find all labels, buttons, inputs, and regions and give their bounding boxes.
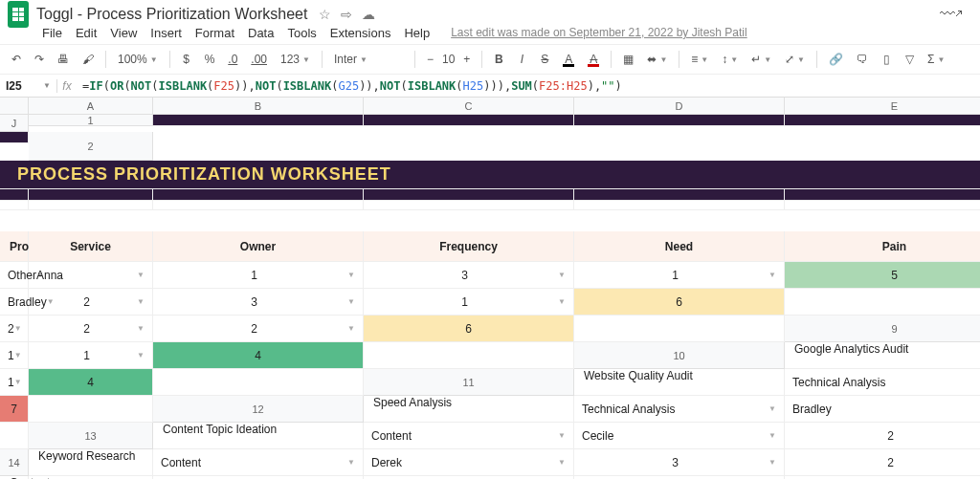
need-dropdown[interactable]: 2▼ bbox=[29, 316, 153, 342]
menu-format[interactable]: Format bbox=[195, 26, 234, 40]
banner-cell bbox=[364, 115, 574, 126]
process-cell[interactable]: Speed Analysis bbox=[364, 396, 574, 423]
cloud-icon[interactable]: ☁ bbox=[362, 7, 375, 22]
menu-insert[interactable]: Insert bbox=[150, 26, 182, 40]
row-header[interactable]: 1 bbox=[29, 115, 153, 126]
process-cell[interactable]: Website Quality Audit bbox=[574, 369, 785, 396]
service-dropdown[interactable]: Technical Analysis▼ bbox=[785, 369, 980, 396]
menu-view[interactable]: View bbox=[110, 26, 137, 40]
toolbar: ↶ ↷ 🖶 🖌 100%▼ $ % .0 .00 123▼ Inter▼ −10… bbox=[0, 44, 980, 75]
frequency-dropdown[interactable]: 1▼ bbox=[153, 262, 364, 289]
paint-format-button[interactable]: 🖌 bbox=[78, 51, 98, 68]
functions-button[interactable]: Σ▼ bbox=[924, 51, 948, 68]
row-header[interactable]: 14 bbox=[0, 449, 29, 476]
frequency-dropdown[interactable]: 3▼ bbox=[574, 449, 785, 476]
print-button[interactable]: 🖶 bbox=[54, 51, 73, 68]
owner-dropdown[interactable]: Derek▼ bbox=[364, 449, 574, 476]
bold-button[interactable]: B bbox=[490, 51, 507, 68]
chart-button[interactable]: ▯ bbox=[878, 51, 895, 68]
need-dropdown[interactable]: 2▼ bbox=[785, 449, 980, 476]
column-header[interactable]: E bbox=[785, 98, 980, 115]
currency-button[interactable]: $ bbox=[178, 51, 195, 68]
owner-dropdown[interactable]: Bradley▼ bbox=[785, 396, 980, 423]
merge-button[interactable]: ⬌▼ bbox=[643, 51, 671, 68]
column-header[interactable]: D bbox=[574, 98, 785, 115]
frequency-dropdown[interactable]: 2▼ bbox=[29, 289, 153, 316]
menu-tools[interactable]: Tools bbox=[287, 26, 316, 40]
zoom-select[interactable]: 100%▼ bbox=[114, 51, 162, 68]
priority-cell: 4 bbox=[153, 342, 364, 369]
need-dropdown[interactable]: 1▼ bbox=[0, 342, 29, 369]
column-header[interactable]: J bbox=[0, 115, 29, 132]
process-cell[interactable]: Content Topic Ideation bbox=[153, 423, 364, 449]
activity-trend-icon[interactable]: 〰↗ bbox=[940, 6, 963, 23]
halign-button[interactable]: ≡▼ bbox=[687, 51, 712, 68]
need-dropdown[interactable]: 3▼ bbox=[364, 262, 574, 289]
header-service: Service bbox=[29, 231, 153, 262]
header-frequency: Frequency bbox=[364, 231, 574, 262]
undo-button[interactable]: ↶ bbox=[8, 51, 25, 68]
link-button[interactable]: 🔗 bbox=[825, 51, 847, 68]
frequency-dropdown[interactable]: 2▼ bbox=[0, 316, 29, 342]
service-dropdown[interactable]: Technical Analysis▼ bbox=[574, 396, 785, 423]
column-header[interactable]: C bbox=[364, 98, 574, 115]
menu-bar: File Edit View Insert Format Data Tools … bbox=[0, 25, 980, 44]
menu-edit[interactable]: Edit bbox=[76, 26, 97, 40]
star-icon[interactable]: ☆ bbox=[319, 7, 331, 22]
frequency-dropdown[interactable]: 2▼ bbox=[785, 423, 980, 449]
filter-button[interactable]: ▽ bbox=[901, 51, 918, 68]
owner-dropdown[interactable]: Anna▼ bbox=[29, 262, 153, 289]
need-dropdown[interactable]: 3▼ bbox=[153, 289, 364, 316]
header-need: Need bbox=[574, 231, 785, 262]
pain-dropdown[interactable]: 2▼ bbox=[153, 316, 364, 342]
name-box[interactable]: I25▼ bbox=[0, 79, 57, 93]
valign-button[interactable]: ↕▼ bbox=[718, 51, 742, 68]
service-dropdown[interactable]: Content▼ bbox=[153, 449, 364, 476]
select-all-corner[interactable] bbox=[0, 98, 29, 115]
row-header[interactable]: 10 bbox=[574, 342, 785, 369]
borders-button[interactable]: ▦ bbox=[619, 51, 637, 68]
formula-input[interactable]: =IF(OR(NOT(ISBLANK(F25)),NOT(ISBLANK(G25… bbox=[77, 79, 980, 93]
menu-file[interactable]: File bbox=[42, 26, 62, 40]
wrap-button[interactable]: ↵▼ bbox=[747, 51, 775, 68]
italic-button[interactable]: I bbox=[513, 51, 530, 68]
row-header[interactable]: 13 bbox=[29, 423, 153, 449]
row-header[interactable]: 11 bbox=[364, 369, 574, 396]
owner-dropdown[interactable]: Cecile▼ bbox=[574, 423, 785, 449]
percent-button[interactable]: % bbox=[201, 51, 219, 68]
document-title[interactable]: Toggl - Process Prioritization Worksheet bbox=[36, 6, 307, 23]
pain-dropdown[interactable]: 1▼ bbox=[29, 342, 153, 369]
sheets-app-icon[interactable] bbox=[8, 1, 29, 28]
pain-dropdown[interactable]: 1▼ bbox=[364, 289, 574, 316]
move-icon[interactable]: ⇨ bbox=[341, 7, 352, 22]
empty-cell bbox=[153, 369, 364, 396]
menu-data[interactable]: Data bbox=[248, 26, 274, 40]
spreadsheet-grid[interactable]: ABCDEFGHIJ12PROCESS PRIORITIZATION WORKS… bbox=[0, 98, 980, 479]
redo-button[interactable]: ↷ bbox=[31, 51, 48, 68]
comment-button[interactable]: 🗨 bbox=[853, 51, 872, 68]
process-cell[interactable]: Google Analytics Audit bbox=[785, 342, 980, 369]
owner-dropdown[interactable]: Bradley▼ bbox=[0, 289, 29, 316]
increase-decimal-button[interactable]: .00 bbox=[247, 51, 271, 68]
font-size-select[interactable]: −10+ bbox=[423, 51, 474, 68]
service-dropdown[interactable]: Content▼ bbox=[364, 423, 574, 449]
process-cell[interactable]: Keyword Research bbox=[29, 449, 153, 476]
pain-dropdown[interactable]: 1▼ bbox=[0, 369, 29, 396]
decrease-decimal-button[interactable]: .0 bbox=[224, 51, 241, 68]
text-color-button[interactable]: A bbox=[559, 51, 578, 69]
row-header[interactable]: 2 bbox=[29, 132, 153, 161]
rotate-button[interactable]: ⤢▼ bbox=[781, 51, 809, 68]
service-dropdown[interactable]: Other▼ bbox=[0, 262, 29, 289]
fill-color-button[interactable]: A bbox=[584, 51, 603, 69]
row-header[interactable]: 9 bbox=[785, 316, 980, 342]
row-header[interactable]: 12 bbox=[153, 396, 364, 423]
number-format-select[interactable]: 123▼ bbox=[277, 51, 314, 68]
column-header[interactable]: B bbox=[153, 98, 364, 115]
column-header[interactable]: A bbox=[29, 98, 153, 115]
menu-extensions[interactable]: Extensions bbox=[330, 26, 391, 40]
font-select[interactable]: Inter▼ bbox=[330, 51, 407, 68]
pain-dropdown[interactable]: 1▼ bbox=[574, 262, 785, 289]
menu-help[interactable]: Help bbox=[404, 26, 430, 40]
strike-button[interactable]: S bbox=[536, 51, 553, 68]
last-edit-note[interactable]: Last edit was made on September 21, 2022… bbox=[451, 26, 747, 39]
